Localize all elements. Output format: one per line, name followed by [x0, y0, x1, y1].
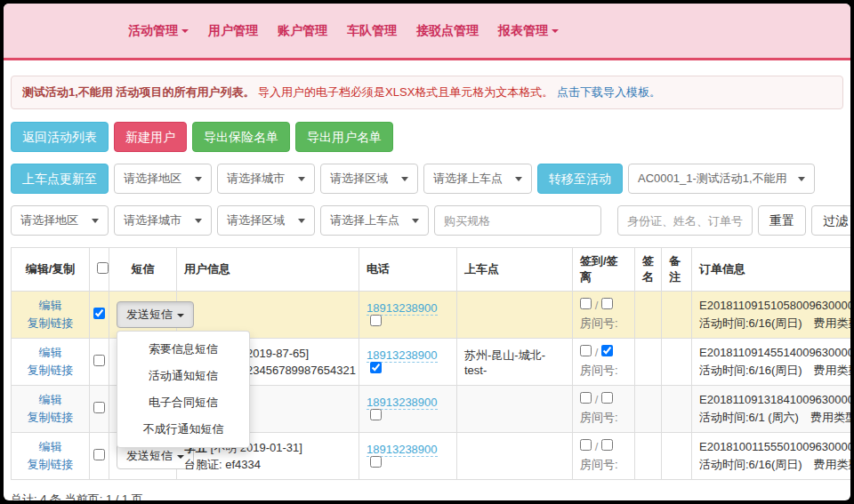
pickup-cell	[457, 433, 573, 480]
export-user-list-button[interactable]: 导出用户名单	[295, 122, 393, 152]
room-number-label: 房间号:	[580, 316, 618, 330]
pagination-summary: 总计: 4 条,当前页: 1 / 1 页	[11, 492, 843, 500]
phone-checkbox[interactable]	[370, 315, 382, 326]
copy-link[interactable]: 复制链接	[19, 362, 82, 380]
checkout-checkbox[interactable]	[601, 392, 613, 404]
nav-report-management[interactable]: 报表管理	[498, 23, 559, 39]
copy-link[interactable]: 复制链接	[19, 409, 82, 427]
phone-checkbox[interactable]	[370, 409, 382, 420]
edit-link[interactable]: 编辑	[19, 438, 82, 456]
checkout-checkbox[interactable]	[601, 298, 613, 309]
nav-user-management[interactable]: 用户管理	[208, 23, 258, 39]
phone-cell: 18913238900	[359, 433, 457, 480]
area-filter-select[interactable]: 请选择区域	[217, 205, 315, 236]
sms-menu-item-cancel-notice[interactable]: 不成行通知短信	[117, 416, 249, 443]
pickup-cell: 苏州-昆山-城北-test-	[457, 339, 573, 386]
note-cell	[662, 386, 692, 433]
pickup-cell	[457, 292, 573, 339]
city-select[interactable]: 请选择城市	[217, 164, 315, 194]
select-all-checkbox[interactable]	[97, 262, 109, 274]
page: 活动管理 用户管理 账户管理 车队管理 接驳点管理 报表管理 测试活动1,不能用…	[4, 4, 850, 500]
phone-checkbox[interactable]	[370, 456, 382, 468]
note-cell	[662, 339, 692, 386]
copy-link[interactable]: 复制链接	[19, 456, 82, 474]
nav-pickup-point-management[interactable]: 接驳点管理	[416, 23, 479, 39]
update-pickup-button[interactable]: 上车点更新至	[11, 164, 109, 194]
header-select-all[interactable]	[90, 248, 109, 292]
phone-link[interactable]: 18913238900	[367, 396, 438, 410]
sms-menu-item-activity-notice[interactable]: 活动通知短信	[117, 363, 249, 389]
phone-checkbox[interactable]	[370, 362, 382, 373]
phone-cell: 18913238900	[359, 292, 457, 339]
sms-dropdown-menu: 索要信息短信 活动通知短信 电子合同短信 不成行通知短信	[117, 331, 250, 448]
header-phone: 电话	[359, 248, 457, 292]
edit-link[interactable]: 编辑	[19, 344, 82, 362]
user-table-wrap: 编辑/复制 短信 用户信息 电话 上车点 签到/签离 签名 备注 订单信息 编辑…	[11, 247, 843, 480]
order-info-cell: E2018100115550100963000003活动时间:6/16(周日) …	[692, 433, 851, 480]
note-cell	[662, 292, 692, 339]
nav-fleet-management[interactable]: 车队管理	[347, 23, 397, 39]
user-table: 编辑/复制 短信 用户信息 电话 上车点 签到/签离 签名 备注 订单信息 编辑…	[11, 247, 850, 480]
header-sms: 短信	[109, 248, 177, 292]
order-info-cell: E2018110914551400963000019活动时间:6/16(周日) …	[692, 339, 851, 386]
pickup-cell	[457, 386, 573, 433]
nav-account-management[interactable]: 账户管理	[278, 23, 327, 39]
room-number-label: 房间号:	[580, 458, 618, 471]
nav-activity-management[interactable]: 活动管理	[128, 23, 189, 39]
region-select[interactable]: 请选择地区	[114, 164, 212, 194]
signature-cell	[635, 433, 662, 480]
copy-link[interactable]: 复制链接	[19, 315, 82, 332]
send-sms-button[interactable]: 发送短信	[117, 301, 194, 328]
target-activity-select[interactable]: AC0001_1-测试活动1,不能用	[628, 164, 815, 194]
checkin-checkbox[interactable]	[580, 345, 592, 356]
chevron-down-icon	[177, 455, 184, 459]
phone-link[interactable]: 18913238900	[367, 301, 438, 316]
transfer-to-activity-button[interactable]: 转移至活动	[537, 164, 623, 194]
checkout-checkbox[interactable]	[601, 439, 613, 451]
row-checkbox[interactable]	[93, 308, 105, 319]
top-navbar: 活动管理 用户管理 账户管理 车队管理 接驳点管理 报表管理	[4, 4, 850, 60]
pickup-point-select[interactable]: 请选择上车点	[423, 164, 532, 194]
chevron-down-icon	[181, 29, 189, 33]
search-keyword-input[interactable]	[617, 205, 753, 236]
row-checkbox[interactable]	[93, 355, 105, 366]
table-header-row: 编辑/复制 短信 用户信息 电话 上车点 签到/签离 签名 备注 订单信息	[12, 248, 851, 292]
chevron-down-icon	[298, 177, 305, 181]
edit-link[interactable]: 编辑	[19, 297, 82, 315]
chevron-down-icon	[298, 219, 305, 223]
checkin-checkbox[interactable]	[580, 439, 592, 451]
chevron-down-icon	[195, 219, 202, 223]
signature-cell	[635, 386, 662, 433]
chevron-down-icon	[195, 177, 202, 181]
edit-link[interactable]: 编辑	[19, 391, 82, 409]
filter-button[interactable]: 过滤	[811, 205, 850, 236]
alert-warning-text: 导入用户的电子档必须是XLSX格式且单元格为文本格式。	[258, 85, 553, 99]
checkin-checkbox[interactable]	[580, 392, 592, 404]
area-select[interactable]: 请选择区域	[320, 164, 418, 194]
order-info-cell: E2018110913184100963000031活动时间:6/1 (周六) …	[692, 386, 851, 433]
phone-link[interactable]: 18913238900	[367, 348, 438, 363]
checkin-cell: / 房间号:	[573, 433, 635, 480]
chevron-down-icon	[798, 177, 805, 181]
back-to-activity-list-button[interactable]: 返回活动列表	[11, 122, 109, 152]
download-template-link[interactable]: 点击下载导入模板。	[557, 85, 661, 99]
sms-menu-item-request-info[interactable]: 索要信息短信	[117, 336, 249, 363]
city-filter-select[interactable]: 请选择城市	[114, 205, 212, 236]
checkout-checkbox[interactable]	[601, 345, 613, 356]
new-user-button[interactable]: 新建用户	[114, 122, 187, 152]
checkin-checkbox[interactable]	[580, 298, 592, 309]
room-number-label: 房间号:	[580, 364, 618, 377]
export-insurance-list-button[interactable]: 导出保险名单	[192, 122, 290, 152]
signature-cell	[635, 292, 662, 339]
region-filter-select[interactable]: 请选择地区	[11, 205, 109, 236]
header-checkin: 签到/签离	[573, 248, 635, 292]
sms-menu-item-e-contract[interactable]: 电子合同短信	[117, 389, 249, 416]
phone-link[interactable]: 18913238900	[367, 443, 438, 457]
note-cell	[662, 433, 692, 480]
purchase-spec-input[interactable]	[434, 205, 601, 236]
pickup-filter-select[interactable]: 请选择上车点	[320, 205, 429, 236]
row-checkbox[interactable]	[93, 402, 105, 413]
reset-button[interactable]: 重置	[758, 205, 806, 236]
row-checkbox[interactable]	[93, 449, 105, 460]
action-button-row: 返回活动列表 新建用户 导出保险名单 导出用户名单	[11, 122, 843, 152]
